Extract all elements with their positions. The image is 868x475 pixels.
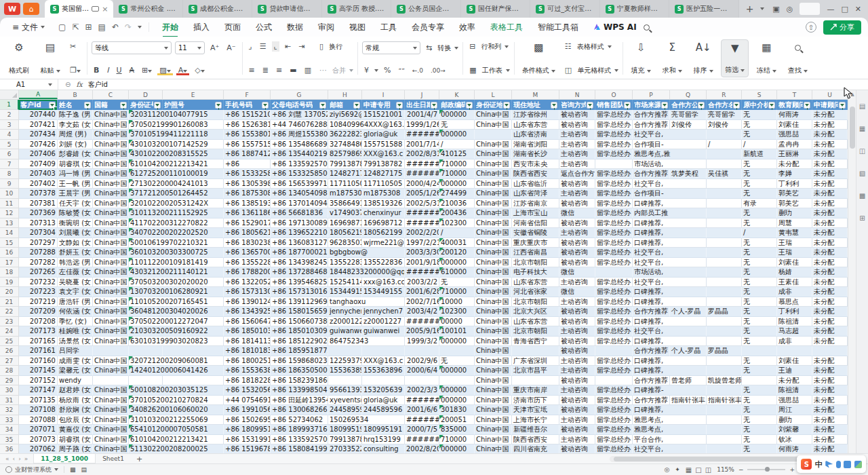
cell[interactable]: China中国 — [475, 248, 512, 258]
cell[interactable]: 留学总经办 — [595, 415, 633, 425]
convert-button[interactable]: 转换 — [437, 43, 451, 53]
cell[interactable]: +86 18101832 — [224, 346, 271, 356]
cell[interactable]: 271302200004241013 — [129, 179, 224, 189]
cell[interactable]: 被动咨询 — [559, 425, 595, 435]
percent-button[interactable]: % — [382, 65, 393, 75]
cell[interactable]: 包欣辰 (女 — [58, 415, 93, 425]
cell[interactable]: China中国 — [475, 169, 512, 179]
cell[interactable]: 未分配 — [812, 228, 848, 238]
cell[interactable]: 成非 — [777, 287, 812, 297]
cell[interactable] — [328, 376, 362, 386]
row-header[interactable]: 25 — [0, 337, 19, 347]
zoom-slider[interactable] — [747, 469, 785, 470]
cell[interactable]: 济南市历下 — [512, 396, 559, 406]
cell[interactable]: China中国 — [475, 278, 512, 288]
cell[interactable]: 799138782 — [362, 159, 405, 170]
cell[interactable]: 207145 — [19, 366, 58, 376]
cell[interactable]: +86 15536380 — [224, 366, 271, 376]
ime-cursor-icon[interactable] — [825, 461, 833, 468]
cell[interactable]: 上海市宝山 — [512, 208, 559, 218]
paste-button[interactable]: ▤ 粘贴 — [37, 39, 64, 77]
cell[interactable]: 留学总经办 — [595, 356, 633, 366]
cell[interactable]: 罗晶晶 — [707, 307, 742, 317]
cell[interactable]: 留学总经办 — [595, 238, 633, 248]
cell[interactable]: 207313 — [19, 218, 58, 229]
cell[interactable]: 桂婉唯 (女 — [58, 326, 93, 337]
cell[interactable] — [707, 228, 742, 238]
cell[interactable]: 合作方推荐 — [633, 396, 670, 406]
cell[interactable]: ######## — [405, 435, 439, 445]
cell[interactable]: 主动咨询 — [559, 326, 595, 337]
column-header-S[interactable]: S — [742, 90, 777, 99]
cell[interactable]: +86 1533258500 — [271, 169, 328, 179]
risk-check-icon[interactable]: ⊖ — [58, 81, 71, 88]
cell[interactable]: 152541145 — [328, 278, 362, 288]
cell[interactable] — [777, 346, 812, 356]
cell[interactable]: +86 18302388 — [224, 238, 271, 248]
share-button[interactable]: 分享 — [823, 20, 861, 35]
cell[interactable]: 320311200104077915 — [129, 110, 224, 120]
cell[interactable]: 江西省南昌 — [512, 248, 559, 258]
cell[interactable]: 无 — [742, 385, 777, 396]
cell[interactable]: 327484864 — [328, 140, 362, 150]
cell[interactable]: China中国 — [475, 307, 512, 317]
ime-mic-icon[interactable] — [836, 461, 841, 468]
header-cell[interactable]: 申请专用 — [362, 100, 405, 110]
cell[interactable]: 无 — [439, 120, 475, 130]
cell[interactable] — [707, 356, 742, 366]
cell[interactable]: 207088 — [19, 415, 58, 425]
cell[interactable]: 207282 — [19, 258, 58, 268]
cell[interactable]: 山东省东营 — [512, 317, 559, 327]
cell[interactable]: 207165 — [19, 337, 58, 347]
cell[interactable]: gloria@uk — [362, 130, 405, 140]
cell[interactable] — [439, 376, 475, 386]
filter-dropdown-icon[interactable] — [466, 102, 473, 109]
cell[interactable]: 留学总经办 — [595, 396, 633, 406]
cell[interactable]: 周江 — [777, 405, 812, 415]
convert-icon[interactable]: ⇆ — [424, 43, 434, 53]
cell[interactable]: +86 1565399710 — [271, 179, 328, 189]
doc-tab[interactable]: S医护五险一金.xlsx — [669, 0, 738, 18]
cell[interactable]: 指南针张丰 — [707, 396, 742, 406]
cell[interactable]: 710000 — [439, 435, 475, 445]
cell[interactable]: 口碑推荐, — [633, 405, 707, 415]
column-header-E[interactable]: E — [163, 90, 224, 99]
comma-style-button[interactable]: ˮˮ — [396, 66, 406, 75]
cell[interactable]: 2000/7/5 — [405, 425, 439, 435]
row-header[interactable]: 8 — [0, 169, 19, 179]
cell[interactable]: +86 15263810 — [224, 120, 271, 130]
cell[interactable]: 207378 — [19, 189, 58, 199]
cell[interactable]: 无 — [742, 366, 777, 376]
cell[interactable]: 左佳薇 (女 — [58, 267, 93, 278]
column-header-P[interactable]: P — [633, 90, 670, 99]
cell[interactable]: 陕西省西安 — [512, 435, 559, 445]
cell[interactable] — [707, 248, 742, 258]
cell[interactable]: +86 1850103098 — [271, 326, 328, 337]
cell[interactable] — [742, 376, 777, 386]
cell[interactable]: 未分配 — [812, 267, 848, 278]
cell[interactable]: 无 — [742, 287, 777, 297]
cell[interactable]: 何依涵 (女 — [58, 307, 93, 317]
cell[interactable]: +86 1395468251 — [271, 278, 328, 288]
cell[interactable]: 102300 — [439, 218, 475, 229]
cell[interactable]: China中国 — [475, 199, 512, 209]
cell[interactable]: China中国 — [475, 258, 512, 268]
cell[interactable]: 310113200211152925 — [129, 208, 224, 218]
cell[interactable]: 慕思点 — [777, 297, 812, 307]
align-top-icon[interactable]: ⌟ — [247, 41, 254, 52]
filter-dropdown-icon[interactable] — [661, 102, 668, 109]
cell[interactable]: 内部员工推 — [633, 208, 707, 218]
selection-mode-icon[interactable]: ✦ — [675, 466, 680, 473]
cell[interactable]: wendy — [58, 376, 93, 386]
cell[interactable]: 被动咨询 — [559, 199, 595, 209]
cell[interactable]: China中国 — [475, 287, 512, 297]
sort-button[interactable]: A↓ 排序 — [690, 39, 717, 77]
cell[interactable]: 270335226 — [328, 444, 362, 453]
cell[interactable]: 未分配 — [812, 179, 848, 189]
cell[interactable]: 指南针张丰 — [670, 396, 707, 406]
cell[interactable]: China中国 — [475, 159, 512, 170]
header-cell[interactable]: 父母电话号码 — [271, 100, 328, 110]
cell[interactable]: 青海省西宁 — [512, 337, 559, 347]
cell[interactable]: ######## — [405, 415, 439, 425]
font-name-select[interactable]: 等线 — [92, 41, 172, 54]
